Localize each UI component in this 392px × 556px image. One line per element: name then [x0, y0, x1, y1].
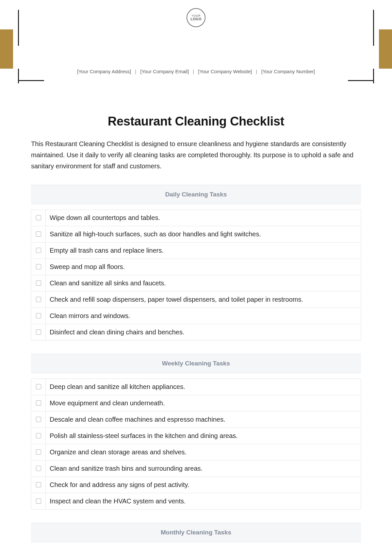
checklist-row: Deep clean and sanitize all kitchen appl… [31, 379, 361, 395]
checklist-row: Clean and sanitize trash bins and surrou… [31, 461, 361, 477]
checkbox-cell [31, 461, 46, 477]
checkbox-cell [31, 477, 46, 493]
checklist-item-text: Check for and address any signs of pest … [46, 477, 361, 493]
checkbox-cell [31, 210, 46, 226]
checkbox[interactable] [36, 329, 41, 335]
intro-paragraph: This Restaurant Cleaning Checklist is de… [31, 138, 361, 172]
checklist-row: Move equipment and clean underneath. [31, 395, 361, 412]
checkbox[interactable] [36, 482, 41, 487]
checklist-item-text: Clean mirrors and windows. [46, 308, 361, 324]
page-title: Restaurant Cleaning Checklist [31, 114, 361, 128]
checklist-item-text: Wipe down all countertops and tables. [46, 210, 361, 226]
checklist-item-text: Sanitize all high-touch surfaces, such a… [46, 226, 361, 243]
checkbox-cell [31, 308, 46, 324]
checkbox[interactable] [36, 297, 41, 302]
checklist-item-text: Move equipment and clean underneath. [46, 395, 361, 412]
checkbox-cell [31, 444, 46, 461]
checkbox[interactable] [36, 384, 41, 389]
checkbox-cell [31, 395, 46, 412]
checkbox[interactable] [36, 417, 41, 422]
section-header: Weekly Cleaning Tasks [31, 354, 361, 373]
checklist-item-text: Inspect and clean the HVAC system and ve… [46, 493, 361, 510]
checkbox[interactable] [36, 433, 41, 438]
checklist-item-text: Clean and sanitize trash bins and surrou… [46, 461, 361, 477]
document-page: YOUR LOGO [Your Company Address] | [Your… [0, 0, 392, 556]
checklist-row: Check for and address any signs of pest … [31, 477, 361, 493]
checklist-row: Descale and clean coffee machines and es… [31, 412, 361, 428]
checklist-table: Wipe down all countertops and tables.San… [31, 210, 361, 341]
checkbox[interactable] [36, 264, 41, 269]
checkbox[interactable] [36, 215, 41, 220]
checklist-item-text: Descale and clean coffee machines and es… [46, 412, 361, 428]
checkbox-cell [31, 493, 46, 510]
checklist-item-text: Disinfect and clean dining chairs and be… [46, 324, 361, 341]
checkbox-cell [31, 379, 46, 395]
checklist-item-text: Check and refill soap dispensers, paper … [46, 292, 361, 308]
checkbox-cell [31, 324, 46, 341]
checkbox[interactable] [36, 248, 41, 253]
checklist-item-text: Clean and sanitize all sinks and faucets… [46, 275, 361, 292]
checklist-item-text: Polish all stainless-steel surfaces in t… [46, 428, 361, 444]
checklist-item-text: Sweep and mop all floors. [46, 259, 361, 275]
checkbox-cell [31, 292, 46, 308]
checklist-row: Sanitize all high-touch surfaces, such a… [31, 226, 361, 243]
checklist-table: Deep clean and sanitize all kitchen appl… [31, 379, 361, 510]
checklist-row: Empty all trash cans and replace liners. [31, 243, 361, 259]
section-header: Daily Cleaning Tasks [31, 185, 361, 204]
checkbox-cell [31, 412, 46, 428]
checkbox-cell [31, 275, 46, 292]
checkbox[interactable] [36, 313, 41, 318]
checkbox[interactable] [36, 498, 41, 504]
checklist-row: Polish all stainless-steel surfaces in t… [31, 428, 361, 444]
checklist-row: Disinfect and clean dining chairs and be… [31, 324, 361, 341]
checkbox-cell [31, 243, 46, 259]
checkbox-cell [31, 428, 46, 444]
checklist-row: Wipe down all countertops and tables. [31, 210, 361, 226]
checklist-item-text: Deep clean and sanitize all kitchen appl… [46, 379, 361, 395]
section-header: Monthly Cleaning Tasks [31, 523, 361, 542]
checkbox[interactable] [36, 280, 41, 286]
checkbox-cell [31, 226, 46, 243]
checkbox-cell [31, 259, 46, 275]
checklist-row: Inspect and clean the HVAC system and ve… [31, 493, 361, 510]
checkbox[interactable] [36, 466, 41, 471]
checklist-row: Organize and clean storage areas and she… [31, 444, 361, 461]
checklist-item-text: Organize and clean storage areas and she… [46, 444, 361, 461]
checklist-item-text: Empty all trash cans and replace liners. [46, 243, 361, 259]
checklist-row: Clean mirrors and windows. [31, 308, 361, 324]
checkbox[interactable] [36, 400, 41, 406]
checklist-row: Clean and sanitize all sinks and faucets… [31, 275, 361, 292]
checklist-row: Sweep and mop all floors. [31, 259, 361, 275]
document-body: Restaurant Cleaning Checklist This Resta… [0, 0, 392, 542]
checkbox[interactable] [36, 449, 41, 455]
checklist-row: Check and refill soap dispensers, paper … [31, 292, 361, 308]
checkbox[interactable] [36, 231, 41, 237]
